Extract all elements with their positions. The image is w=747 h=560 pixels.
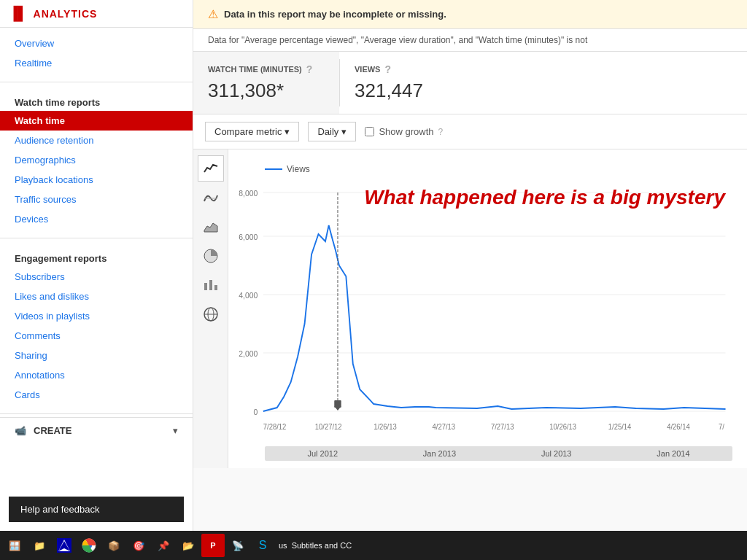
chart-type-smooth[interactable] — [198, 184, 224, 211]
chart-type-line[interactable] — [198, 155, 224, 182]
timeline-label-jul2013: Jul 2013 — [541, 449, 572, 458]
taskbar-app2[interactable]: 🎯 — [127, 534, 150, 557]
watch-time-label: WATCH TIME (MINUTES) ? — [208, 63, 325, 75]
show-growth-help-icon: ? — [438, 127, 444, 137]
views-help-icon[interactable]: ? — [384, 63, 391, 75]
taskbar-app4[interactable]: P — [201, 534, 225, 557]
taskbar-folder[interactable]: 📁 — [28, 534, 51, 557]
svg-text:10/27/12: 10/27/12 — [315, 423, 342, 431]
watch-time-value: 311,308* — [208, 79, 325, 102]
legend-label: Views — [287, 164, 310, 174]
sidebar-item-subscribers[interactable]: Subscribers — [0, 267, 193, 287]
sidebar-item-demographics[interactable]: Demographics — [0, 150, 193, 170]
engagement-section: Engagement reports Subscribers Likes and… — [0, 241, 193, 411]
chevron-down-icon: ▾ — [173, 425, 178, 436]
taskbar-app5[interactable]: 📡 — [226, 534, 249, 557]
sidebar: ▐▌ ANALYTICS Overview Realtime Watch tim… — [0, 0, 193, 531]
views-metric[interactable]: VIEWS ? 321,447 — [340, 52, 486, 114]
chart-svg: 8,000 6,000 4,000 2,000 0 7/28/12 10/27/… — [236, 182, 732, 444]
sidebar-item-playback-locations[interactable]: Playback locations — [0, 170, 193, 190]
sidebar-footer: Help and feedback — [0, 488, 193, 531]
help-feedback-button[interactable]: Help and feedback — [9, 497, 184, 522]
svg-text:4/27/13: 4/27/13 — [433, 423, 456, 431]
taskbar-chrome[interactable] — [77, 534, 101, 557]
sidebar-item-watch-time[interactable]: Watch time — [0, 111, 193, 131]
svg-text:1/25/14: 1/25/14 — [608, 423, 632, 431]
sidebar-item-sharing[interactable]: Sharing — [0, 346, 193, 365]
sidebar-item-annotations[interactable]: Annotations — [0, 365, 193, 385]
main-content: ⚠ Data in this report may be incomplete … — [193, 0, 747, 531]
analytics-title: ANALYTICS — [34, 8, 98, 20]
sidebar-divider-1 — [0, 82, 193, 82]
create-section[interactable]: 📹 CREATE ▾ — [0, 417, 193, 443]
taskbar-skype[interactable]: S — [251, 534, 274, 557]
watch-time-metric[interactable]: WATCH TIME (MINUTES) ? 311,308* — [193, 52, 339, 114]
sidebar-item-overview[interactable]: Overview — [0, 34, 193, 53]
svg-text:6,000: 6,000 — [239, 233, 258, 241]
svg-text:7/: 7/ — [719, 423, 724, 431]
engagement-reports-label: Engagement reports — [0, 247, 193, 267]
svg-marker-1 — [204, 223, 217, 232]
chart-type-bar[interactable] — [198, 272, 224, 298]
controls-bar: Compare metric ▾ Daily ▾ Show growth ? — [193, 114, 747, 149]
taskbar-app1[interactable]: 📦 — [102, 534, 125, 557]
watch-time-help-icon[interactable]: ? — [306, 63, 313, 75]
sidebar-divider-2 — [0, 238, 193, 238]
chart-type-sidebar — [193, 149, 228, 468]
timeline-label-jul2012: Jul 2012 — [307, 449, 338, 458]
sidebar-item-devices[interactable]: Devices — [0, 209, 193, 229]
sidebar-item-traffic-sources[interactable]: Traffic sources — [0, 190, 193, 209]
legend-line — [265, 168, 282, 170]
svg-text:8,000: 8,000 — [239, 189, 258, 198]
svg-text:1/26/13: 1/26/13 — [374, 423, 397, 431]
sidebar-item-likes-dislikes[interactable]: Likes and dislikes — [0, 287, 193, 306]
svg-rect-4 — [209, 280, 212, 290]
svg-rect-5 — [214, 285, 217, 290]
sidebar-item-videos-playlists[interactable]: Videos in playlists — [0, 306, 193, 326]
video-camera-icon: 📹 — [15, 425, 26, 436]
compare-metric-dropdown[interactable]: Compare metric ▾ — [205, 122, 299, 141]
sidebar-item-cards[interactable]: Cards — [0, 385, 193, 405]
taskbar: 🪟 📁 📦 🎯 📌 📂 P 📡 S us Subtitles and CC — [0, 531, 747, 560]
taskbar-files[interactable]: 📂 — [177, 534, 200, 557]
taskbar-text: us — [279, 541, 287, 550]
chart-type-area[interactable] — [198, 214, 224, 240]
timeline-bar: Jul 2012 Jan 2013 Jul 2013 Jan 2014 — [265, 446, 732, 461]
sidebar-item-comments[interactable]: Comments — [0, 326, 193, 346]
svg-text:2,000: 2,000 — [239, 349, 258, 358]
overview-section: Overview Realtime — [0, 28, 193, 79]
taskbar-app3[interactable]: 📌 — [152, 534, 175, 557]
taskbar-internet[interactable] — [53, 534, 76, 557]
show-growth-checkbox[interactable] — [365, 127, 374, 136]
svg-rect-3 — [204, 283, 207, 290]
watch-time-section: Watch time reports Watch time Audience r… — [0, 85, 193, 235]
chart-area: Views What happened here is a big myster… — [193, 149, 747, 468]
chart-legend: Views — [265, 164, 732, 174]
svg-text:7/28/12: 7/28/12 — [263, 423, 287, 431]
svg-text:7/27/13: 7/27/13 — [491, 423, 514, 431]
warning-icon: ⚠ — [208, 7, 218, 21]
timeline-label-jan2014: Jan 2014 — [657, 449, 689, 458]
timeline-label-jan2013: Jan 2013 — [423, 449, 456, 458]
mystery-text: What happened here is a big mystery — [364, 186, 725, 209]
daily-dropdown[interactable]: Daily ▾ — [308, 122, 356, 141]
svg-text:0: 0 — [253, 408, 258, 416]
svg-text:4,000: 4,000 — [239, 291, 258, 300]
sidebar-item-audience-retention[interactable]: Audience retention — [0, 131, 193, 150]
alert-title: Data in this report may be incomplete or… — [224, 9, 446, 20]
views-label: VIEWS ? — [355, 63, 471, 75]
create-label: CREATE — [34, 425, 173, 436]
taskbar-windows[interactable]: 🪟 — [3, 534, 26, 557]
chart-type-pie[interactable] — [198, 243, 224, 269]
daily-arrow-icon: ▾ — [341, 126, 347, 137]
chart-container: Views What happened here is a big myster… — [228, 149, 747, 468]
sidebar-divider-3 — [0, 413, 193, 414]
svg-text:10/26/13: 10/26/13 — [549, 423, 576, 431]
sidebar-item-realtime[interactable]: Realtime — [0, 53, 193, 73]
sidebar-header: ▐▌ ANALYTICS — [0, 0, 193, 28]
views-value: 321,447 — [355, 79, 471, 102]
chart-type-globe[interactable] — [198, 301, 224, 327]
analytics-icon: ▐▌ — [9, 6, 28, 21]
show-growth-checkbox-label[interactable]: Show growth ? — [365, 126, 443, 137]
dropdown-arrow-icon: ▾ — [285, 126, 290, 137]
